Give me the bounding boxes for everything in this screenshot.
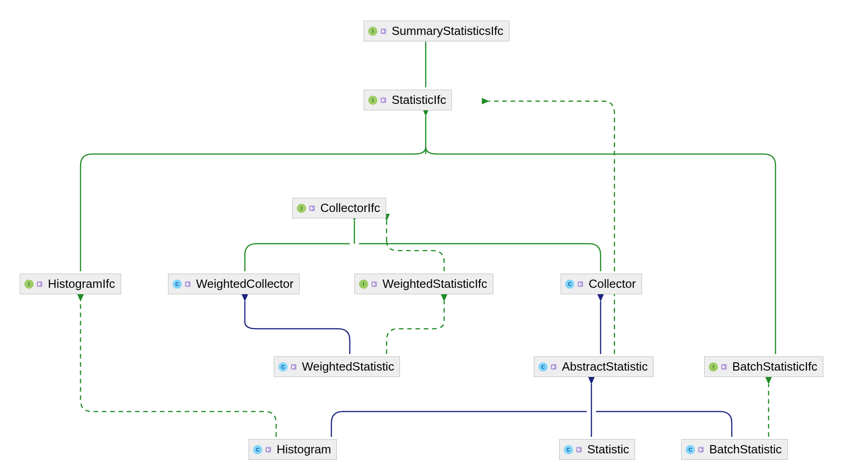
node-statistic-ifc[interactable]: I StatisticIfc	[364, 90, 452, 110]
node-label: AbstractStatistic	[562, 360, 648, 374]
node-weighted-collector[interactable]: C WeightedCollector	[168, 274, 300, 294]
node-label: Histogram	[277, 442, 331, 457]
svg-text:C: C	[281, 364, 285, 370]
svg-text:I: I	[301, 206, 302, 211]
node-label: SummaryStatisticsIfc	[392, 24, 503, 38]
class-icon: C	[685, 445, 705, 455]
class-icon: C	[253, 445, 272, 455]
interface-icon: I	[296, 203, 316, 213]
class-icon: C	[565, 279, 584, 289]
node-abstract-statistic[interactable]: C AbstractStatistic	[534, 356, 654, 377]
node-weighted-statistic[interactable]: C WeightedStatistic	[274, 356, 400, 377]
class-icon: C	[563, 445, 583, 455]
svg-text:C: C	[568, 281, 572, 287]
node-label: Statistic	[587, 442, 629, 457]
node-batch-statistic-ifc[interactable]: I BatchStatisticIfc	[704, 356, 823, 377]
node-collector[interactable]: C Collector	[561, 274, 642, 294]
node-label: WeightedStatistic	[302, 360, 394, 374]
node-batch-statistic[interactable]: C BatchStatistic	[681, 439, 788, 460]
node-weighted-statistic-ifc[interactable]: I WeightedStatisticIfc	[354, 274, 493, 294]
svg-text:I: I	[372, 29, 373, 34]
interface-icon: I	[24, 279, 43, 289]
node-label: HistogramIfc	[48, 277, 115, 291]
svg-text:I: I	[372, 97, 373, 103]
node-label: StatisticIfc	[392, 93, 446, 107]
svg-text:C: C	[256, 447, 260, 452]
node-label: Collector	[589, 277, 636, 291]
interface-icon: I	[708, 362, 728, 372]
interface-icon: I	[368, 26, 387, 36]
svg-text:C: C	[567, 447, 570, 452]
node-histogram[interactable]: C Histogram	[249, 439, 337, 460]
svg-text:C: C	[689, 447, 692, 452]
class-icon: C	[538, 362, 557, 372]
svg-text:C: C	[175, 281, 179, 287]
node-collector-ifc[interactable]: I CollectorIfc	[292, 198, 386, 218]
node-label: CollectorIfc	[320, 201, 380, 215]
node-statistic[interactable]: C Statistic	[559, 439, 635, 460]
node-label: BatchStatisticIfc	[732, 360, 817, 374]
uml-edges	[0, 0, 868, 469]
svg-text:I: I	[363, 281, 364, 287]
node-label: WeightedCollector	[196, 277, 294, 291]
node-label: WeightedStatisticIfc	[382, 277, 487, 291]
node-summary-statistics-ifc[interactable]: I SummaryStatisticsIfc	[364, 21, 509, 41]
interface-icon: I	[359, 279, 378, 289]
node-histogram-ifc[interactable]: I HistogramIfc	[20, 274, 121, 294]
class-icon: C	[278, 362, 297, 372]
interface-icon: I	[368, 95, 387, 105]
svg-text:I: I	[712, 364, 714, 370]
svg-text:C: C	[541, 364, 545, 370]
svg-text:I: I	[28, 281, 29, 287]
class-icon: C	[172, 279, 191, 289]
node-label: BatchStatistic	[709, 442, 782, 457]
